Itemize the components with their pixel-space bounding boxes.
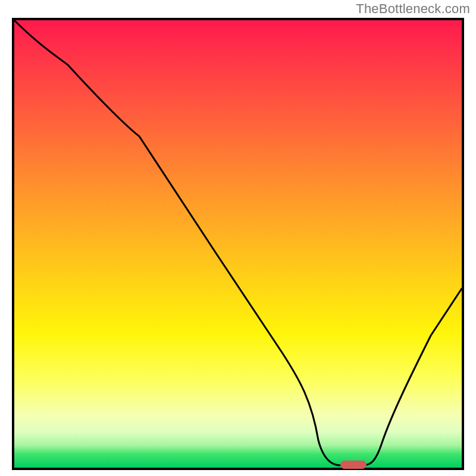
watermark-text: TheBottleneck.com (356, 1, 470, 17)
chart-svg (14, 20, 462, 468)
chart-container: TheBottleneck.com (0, 0, 476, 476)
minimum-marker (340, 461, 367, 469)
chart-frame (12, 18, 464, 470)
bottleneck-curve (14, 20, 462, 465)
